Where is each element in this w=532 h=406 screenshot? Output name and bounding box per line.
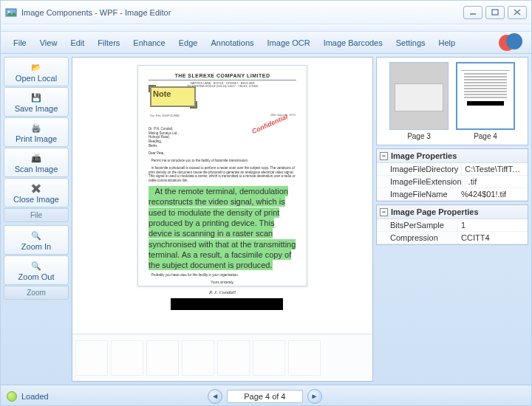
filmstrip [72, 334, 372, 381]
menu-image-ocr[interactable]: Image OCR [261, 35, 317, 51]
doc-closing: Yours sincerely, [149, 281, 296, 285]
property-key: ImageFileExtension [377, 176, 466, 187]
filmstrip-thumb[interactable] [217, 340, 250, 376]
collapse-icon[interactable]: − [380, 152, 388, 160]
zoom-out-button[interactable]: 🔍Zoom Out [4, 255, 69, 285]
button-label: Open Local [16, 74, 57, 83]
property-row: ImageFileDirectoryC:\Teste\TiffTest\ [377, 163, 528, 176]
menubar: File View Edit Filters Enhance Edge Anno… [1, 32, 531, 54]
minimize-button[interactable] [463, 6, 482, 19]
doc-salutation: Dear Pete, [149, 151, 296, 156]
image-properties-panel: −Image Properties ImageFileDirectoryC:\T… [376, 148, 528, 202]
menu-settings[interactable]: Settings [389, 35, 432, 51]
menu-image-barcodes[interactable]: Image Barcodes [317, 35, 389, 51]
sidebar: 📂Open Local 💾Save Image 🖨️Print Image 📠S… [4, 57, 69, 382]
button-label: Close Image [13, 195, 59, 204]
property-row: ImageFileExtension.tif [377, 176, 528, 188]
scan-icon: 📠 [30, 153, 43, 163]
menu-help[interactable]: Help [432, 35, 463, 51]
app-icon [5, 7, 17, 18]
content-area: 📂Open Local 💾Save Image 🖨️Print Image 📠S… [1, 54, 531, 385]
menu-filters[interactable]: Filters [91, 35, 126, 51]
status-led-icon [7, 391, 17, 402]
doc-signature: P. J. Cundall [149, 289, 296, 295]
status-text: Loaded [21, 392, 49, 401]
menu-view[interactable]: View [33, 35, 64, 51]
window-title: Image Components - WPF - Image Editor [21, 8, 171, 17]
open-local-button[interactable]: 📂Open Local [4, 57, 69, 86]
doc-para-3-highlighted: At the remote terminal, demodulation rec… [149, 186, 296, 270]
property-row: ImageFileName%424$01!.tif [377, 188, 528, 201]
filmstrip-thumb[interactable] [253, 340, 285, 376]
svg-rect-3 [492, 10, 498, 15]
filmstrip-thumb[interactable] [182, 340, 214, 376]
page-properties-panel: −Image Page Properties BitsPerSample1 Co… [376, 204, 528, 245]
titlebar: Image Components - WPF - Image Editor [1, 1, 531, 24]
thumbnail-page-3[interactable] [389, 62, 449, 130]
doc-redaction [171, 298, 283, 310]
property-value[interactable]: CCITT4 [458, 232, 528, 244]
brand-logo [499, 30, 524, 55]
close-image-button[interactable]: ✖️Close Image [4, 178, 69, 207]
menu-file[interactable]: File [7, 35, 33, 51]
status-bar: Loaded ◄ Page 4 of 4 ► [1, 385, 531, 406]
property-value[interactable]: 1 [458, 219, 528, 231]
button-label: Scan Image [15, 165, 58, 173]
filmstrip-thumb[interactable] [75, 340, 108, 376]
thumbnail-label: Page 4 [456, 132, 515, 140]
menu-enhance[interactable]: Enhance [126, 35, 171, 51]
document-page: THE SLEREXE COMPANY LIMITED SAPORS LANE … [137, 65, 307, 286]
doc-para-4: Probably you have uses for this facility… [149, 273, 296, 278]
zoom-out-icon: 🔍 [30, 261, 43, 271]
svg-point-1 [8, 10, 10, 13]
save-image-button[interactable]: 💾Save Image [4, 87, 69, 117]
prev-page-button[interactable]: ◄ [208, 389, 222, 404]
page-thumbnails: Page 3 Page 4 [376, 57, 528, 145]
thumbnail-page-4[interactable] [456, 62, 515, 130]
filmstrip-thumb[interactable] [146, 340, 179, 376]
menu-edge[interactable]: Edge [172, 35, 205, 51]
open-icon: 📂 [30, 62, 43, 72]
doc-para-1: Permit me to introduce you to the facili… [149, 159, 296, 163]
button-label: Zoom In [21, 242, 51, 251]
page-indicator: Page 4 of 4 [227, 390, 302, 403]
doc-para-2: In facsimile a photocell is caused to pe… [149, 166, 296, 183]
property-value[interactable]: %424$01!.tif [458, 188, 528, 200]
doc-company-header: THE SLEREXE COMPANY LIMITED [149, 73, 296, 80]
filmstrip-thumb[interactable] [111, 340, 143, 376]
close-button[interactable] [508, 6, 527, 19]
menu-annotations[interactable]: Annotations [204, 35, 260, 51]
property-row: BitsPerSample1 [377, 219, 528, 232]
property-value[interactable]: C:\Teste\TiffTest\ [462, 163, 528, 175]
document-viewport[interactable]: THE SLEREXE COMPANY LIMITED SAPORS LANE … [72, 58, 372, 334]
sidebar-group-zoom: Zoom [4, 286, 69, 300]
sidebar-group-file: File [4, 208, 69, 222]
button-label: Print Image [16, 134, 57, 143]
collapse-icon[interactable]: − [380, 208, 388, 216]
canvas-area: THE SLEREXE COMPANY LIMITED SAPORS LANE … [72, 57, 373, 382]
close-image-icon: ✖️ [30, 183, 43, 193]
property-key: ImageFileDirectory [377, 163, 462, 175]
save-icon: 💾 [30, 92, 43, 103]
button-label: Save Image [15, 104, 58, 113]
maximize-button[interactable] [485, 6, 505, 19]
property-key: ImageFileName [377, 188, 458, 200]
property-key: Compression [377, 232, 458, 244]
print-icon: 🖨️ [30, 123, 43, 133]
property-row: CompressionCCITT4 [377, 232, 528, 244]
menu-edit[interactable]: Edit [64, 35, 91, 51]
property-key: BitsPerSample [377, 219, 458, 231]
next-page-button[interactable]: ► [307, 389, 322, 404]
panel-header: Image Page Properties [391, 207, 479, 216]
ribbon-top [1, 24, 531, 32]
scan-image-button[interactable]: 📠Scan Image [4, 148, 69, 177]
right-panel: Page 3 Page 4 −Image Properties ImageFil… [376, 57, 528, 382]
note-annotation[interactable]: Note [150, 86, 196, 107]
print-image-button[interactable]: 🖨️Print Image [4, 117, 69, 147]
panel-header: Image Properties [391, 151, 457, 160]
thumbnail-label: Page 3 [389, 132, 449, 140]
filmstrip-thumb[interactable] [288, 340, 321, 376]
button-label: Zoom Out [18, 272, 55, 281]
property-value[interactable]: .tif [466, 176, 528, 187]
zoom-in-button[interactable]: 🔍Zoom In [4, 225, 69, 255]
